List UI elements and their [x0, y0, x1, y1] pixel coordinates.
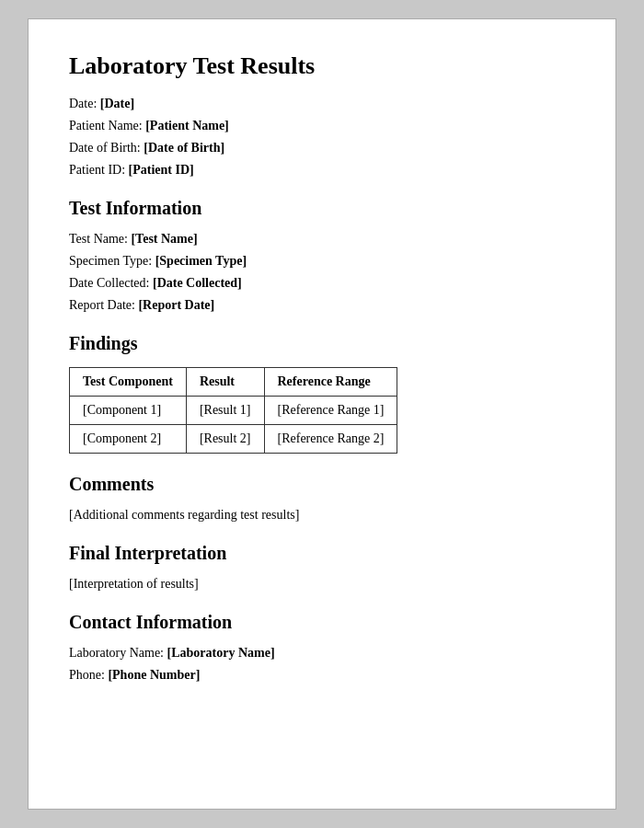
main-title: Laboratory Test Results: [69, 52, 575, 80]
final-interpretation-title: Final Interpretation: [69, 543, 575, 564]
date-collected-line: Date Collected: [Date Collected]: [69, 276, 575, 291]
date-collected-label: Date Collected:: [69, 276, 149, 290]
dob-line: Date of Birth: [Date of Birth]: [69, 141, 575, 155]
report-date-value: [Report Date]: [138, 298, 214, 312]
test-information-title: Test Information: [69, 198, 575, 219]
row-1-component: [Component 1]: [70, 397, 187, 425]
patient-name-line: Patient Name: [Patient Name]: [69, 119, 575, 133]
date-value: [Date]: [100, 97, 134, 110]
findings-title: Findings: [69, 333, 575, 354]
lab-name-line: Laboratory Name: [Laboratory Name]: [69, 646, 575, 661]
lab-name-label: Laboratory Name:: [69, 646, 164, 660]
col-header-result: Result: [186, 368, 264, 397]
row-2-reference-range: [Reference Range 2]: [264, 425, 397, 454]
table-row: [Component 2][Result 2][Reference Range …: [70, 425, 397, 454]
phone-label: Phone:: [69, 668, 105, 682]
date-collected-value: [Date Collected]: [153, 276, 242, 290]
row-2-component: [Component 2]: [70, 425, 187, 454]
test-name-label: Test Name:: [69, 232, 128, 246]
table-row: [Component 1][Result 1][Reference Range …: [70, 397, 397, 425]
row-2-result: [Result 2]: [186, 425, 264, 454]
patient-id-value: [Patient ID]: [129, 163, 194, 177]
patient-id-label: Patient ID:: [69, 163, 125, 177]
contact-information-title: Contact Information: [69, 612, 575, 633]
page-container: Laboratory Test Results Date: [Date] Pat…: [28, 18, 616, 810]
lab-name-value: [Laboratory Name]: [167, 646, 275, 660]
date-label: Date:: [69, 97, 97, 110]
table-header-row: Test Component Result Reference Range: [70, 368, 397, 397]
dob-label: Date of Birth:: [69, 141, 141, 155]
specimen-type-line: Specimen Type: [Specimen Type]: [69, 254, 575, 269]
specimen-type-value: [Specimen Type]: [155, 254, 247, 268]
patient-name-label: Patient Name:: [69, 119, 143, 132]
col-header-component: Test Component: [70, 368, 187, 397]
test-name-line: Test Name: [Test Name]: [69, 232, 575, 247]
report-date-line: Report Date: [Report Date]: [69, 298, 575, 313]
patient-id-line: Patient ID: [Patient ID]: [69, 163, 575, 178]
row-1-result: [Result 1]: [186, 397, 264, 425]
test-name-value: [Test Name]: [131, 232, 197, 246]
report-date-label: Report Date:: [69, 298, 135, 312]
phone-value: [Phone Number]: [108, 668, 200, 682]
interpretation-text: [Interpretation of results]: [69, 577, 575, 592]
findings-table: Test Component Result Reference Range [C…: [69, 367, 397, 454]
comments-text: [Additional comments regarding test resu…: [69, 508, 575, 523]
row-1-reference-range: [Reference Range 1]: [264, 397, 397, 425]
comments-title: Comments: [69, 474, 575, 495]
dob-value: [Date of Birth]: [144, 141, 224, 155]
patient-name-value: [Patient Name]: [145, 119, 229, 132]
col-header-reference: Reference Range: [264, 368, 397, 397]
date-line: Date: [Date]: [69, 97, 575, 111]
phone-line: Phone: [Phone Number]: [69, 668, 575, 683]
specimen-type-label: Specimen Type:: [69, 254, 152, 268]
